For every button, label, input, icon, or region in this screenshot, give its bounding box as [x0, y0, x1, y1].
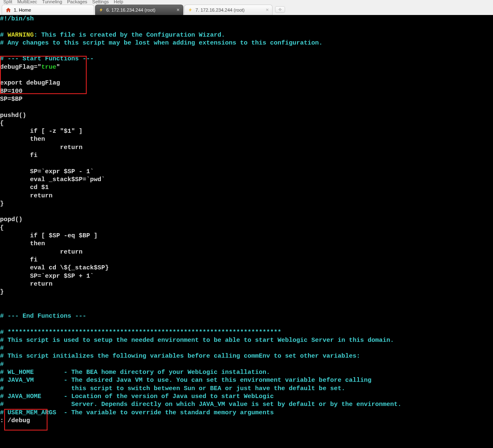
home-icon [5, 7, 11, 13]
code-line: fi [0, 256, 38, 264]
code-line: " [56, 64, 60, 71]
code-line: eval _stack$SP=`pwd` [0, 176, 105, 183]
code-line: # JAVA_VM - The desired Java VM to use. … [0, 377, 371, 384]
code-line: SP=`expr $SP - 1` [0, 168, 94, 175]
code-line: return [0, 192, 53, 199]
code-line: SP=`expr $SP + 1` [0, 273, 94, 280]
menu-help[interactable]: Help [114, 0, 123, 4]
tab-session-inactive[interactable]: 7. 172.16.234.244 (root) × [184, 5, 273, 15]
code-value: true [41, 64, 56, 71]
code-line: #!/bin/sh [0, 15, 34, 22]
code-line: # USER_MEM_ARGS - The variable to overri… [0, 409, 274, 416]
code-line: # Server. Depends directly on which JAVA… [0, 401, 401, 408]
plus-icon: ✧ [278, 7, 282, 12]
vim-command-line: : /debug [0, 417, 30, 424]
menu-split[interactable]: Split [3, 0, 12, 4]
code-line: : This file is created by the Configurat… [34, 32, 225, 39]
code-line: return [0, 249, 83, 256]
code-line: BP=100 [0, 88, 23, 95]
code-line: # [0, 361, 4, 368]
tab-home-label: 1. Home [14, 7, 31, 12]
code-line: debugFlag=" [0, 64, 41, 71]
code-line: # Any changes to this script may be lost… [0, 40, 323, 47]
lightning-icon [188, 7, 193, 12]
menu-packages[interactable]: Packages [67, 0, 87, 4]
tab-session-active[interactable]: 6. 172.16.234.244 (root) × [95, 5, 183, 15]
code-line: # **************************************… [0, 329, 281, 336]
code-line: return [0, 144, 83, 151]
tab-active-label: 6. 172.16.234.244 (root) [106, 7, 155, 12]
code-line: eval cd \${_stack$SP} [0, 264, 109, 271]
code-line: # --- Start Functions --- [0, 55, 94, 62]
code-line: then [0, 240, 45, 247]
tab-inactive-label: 7. 172.16.234.244 (root) [195, 7, 245, 12]
menu-multiexec[interactable]: MultiExec [17, 0, 37, 4]
code-line: return [0, 281, 53, 288]
code-line: SP=$BP [0, 96, 23, 103]
code-line: if [ -z "$1" ] [0, 128, 83, 135]
code-line: } [0, 289, 4, 296]
code-line: { [0, 120, 4, 127]
menu-settings[interactable]: Settings [92, 0, 109, 4]
code-line: if [ $SP -eq $BP ] [0, 232, 98, 239]
tab-home[interactable]: 1. Home [2, 5, 94, 15]
code-line: cd $1 [0, 184, 49, 191]
warning-text: WARNING [8, 32, 34, 39]
menu-bar: Split MultiExec Tunneling Packages Setti… [0, 0, 493, 4]
code-line: { [0, 224, 4, 231]
tab-bar: 1. Home 6. 172.16.234.244 (root) × 7. 17… [0, 4, 493, 15]
code-line: # --- End Functions --- [0, 313, 86, 320]
code-line: } [0, 200, 4, 207]
code-line: # JAVA_HOME - Location of the version of… [0, 393, 274, 400]
new-tab-button[interactable]: ✧ [275, 6, 285, 13]
lightning-icon [99, 7, 104, 12]
code-line: pushd() [0, 112, 26, 119]
code-line: # WL_HOME - The BEA home directory of yo… [0, 369, 270, 376]
code-line: # [0, 345, 4, 352]
code-line: # This script initializes the following … [0, 353, 360, 360]
code-line: # This script is used to setup the neede… [0, 337, 394, 344]
terminal[interactable]: #!/bin/sh # WARNING: This file is create… [0, 15, 493, 448]
code-line: fi [0, 152, 38, 159]
menu-tunneling[interactable]: Tunneling [42, 0, 62, 4]
code-line: popd() [0, 216, 23, 223]
close-icon[interactable]: × [176, 7, 180, 12]
close-icon[interactable]: × [265, 7, 269, 12]
code-line: # [0, 32, 8, 39]
code-line: then [0, 136, 45, 143]
code-line: export debugFlag [0, 80, 60, 87]
code-line: # this script to switch between Sun or B… [0, 385, 345, 392]
